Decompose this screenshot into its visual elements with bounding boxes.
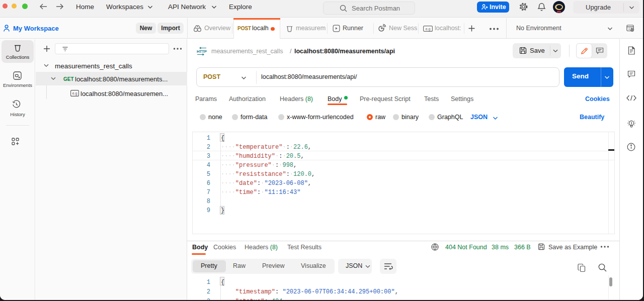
svg-text:HTTP: HTTP <box>197 49 207 54</box>
